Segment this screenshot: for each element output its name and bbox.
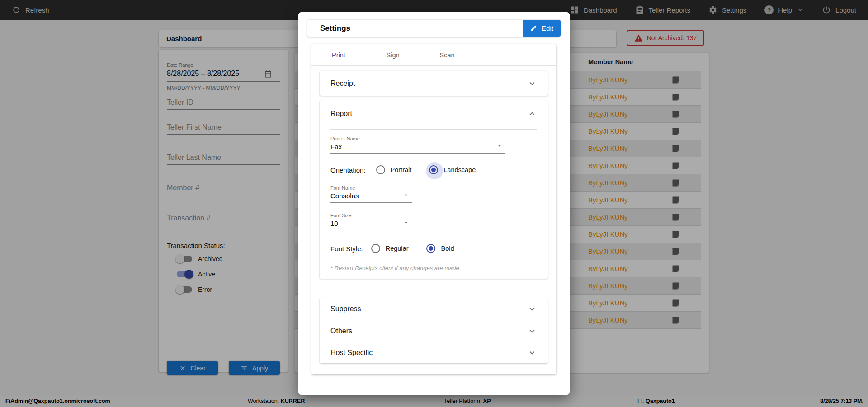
settings-tab-panel: Print Sign Scan Receipt Report Printer N…	[311, 44, 556, 374]
accordion-report: Report Printer Name Fax Orientation: Por…	[320, 100, 548, 279]
edit-button[interactable]: Edit	[523, 20, 561, 37]
pencil-icon	[530, 25, 537, 32]
orientation-label: Orientation:	[330, 166, 366, 174]
chevron-up-icon	[527, 109, 537, 119]
chevron-down-icon	[527, 79, 537, 89]
accordion-others-label: Others	[330, 327, 527, 335]
printer-name-select[interactable]: Printer Name Fax	[330, 136, 505, 154]
dialog-title: Settings	[320, 24, 350, 33]
accordion-receipt-label: Receipt	[330, 80, 527, 88]
accordion-suppress-label: Suppress	[330, 305, 527, 313]
accordion-receipt-header[interactable]: Receipt	[320, 71, 548, 96]
dropdown-caret-icon	[403, 192, 409, 198]
accordion-host-specific-label: Host Specific	[330, 349, 527, 357]
font-name-select[interactable]: Font Name Consolas	[330, 185, 412, 203]
edit-button-label: Edit	[542, 24, 553, 32]
tab-strip: Print Sign Scan	[311, 44, 556, 66]
tab-print[interactable]: Print	[311, 44, 366, 65]
active-tab-indicator	[312, 65, 366, 65]
radio-portrait[interactable]	[376, 165, 385, 174]
radio-landscape[interactable]	[429, 165, 438, 174]
font-style-label: Font Style:	[330, 245, 363, 253]
radio-regular[interactable]	[371, 244, 380, 253]
tab-scan[interactable]: Scan	[420, 44, 474, 65]
font-name-label: Font Name	[330, 185, 412, 191]
font-size-value: 10	[330, 218, 412, 230]
radio-bold-label: Bold	[441, 245, 454, 252]
font-style-group: Font Style: Regular Bold	[330, 244, 537, 253]
settings-dialog-header: Settings Edit	[307, 20, 561, 37]
divider	[330, 129, 537, 130]
font-size-label: Font Size	[330, 213, 412, 218]
accordion-host-specific-header[interactable]: Host Specific	[320, 342, 548, 363]
dropdown-caret-icon	[496, 143, 503, 149]
accordion-suppress-header[interactable]: Suppress	[320, 298, 548, 320]
accordion-report-header[interactable]: Report	[320, 100, 548, 127]
restart-note: * Restart Receipts client if any changes…	[330, 265, 537, 271]
orientation-group: Orientation: Portrait Landscape	[330, 165, 537, 174]
radio-bold[interactable]	[426, 244, 435, 253]
radio-landscape-label: Landscape	[443, 166, 476, 173]
printer-name-value: Fax	[330, 141, 505, 154]
accordion-others-header[interactable]: Others	[320, 320, 548, 342]
font-size-select[interactable]: Font Size 10	[330, 213, 412, 230]
tab-sign[interactable]: Sign	[366, 44, 420, 65]
chevron-down-icon	[527, 326, 537, 336]
chevron-down-icon	[527, 304, 537, 314]
radio-portrait-label: Portrait	[391, 166, 412, 173]
font-name-value: Consolas	[330, 191, 412, 203]
settings-dialog: Settings Edit Print Sign Scan Receipt Re…	[298, 12, 570, 395]
accordion-report-label: Report	[330, 110, 527, 118]
accordion-receipt: Receipt	[320, 71, 548, 96]
radio-regular-label: Regular	[386, 245, 409, 252]
report-settings-body: Printer Name Fax Orientation: Portrait L…	[320, 129, 548, 271]
chevron-down-icon	[527, 348, 537, 358]
dropdown-caret-icon	[403, 220, 409, 226]
printer-name-label: Printer Name	[330, 136, 505, 141]
accordion-group: Suppress Others Host Specific	[320, 298, 548, 363]
